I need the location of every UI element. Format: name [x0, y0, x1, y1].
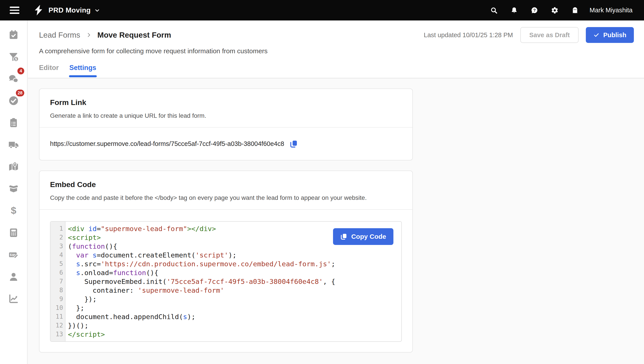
- line-number: 10: [51, 304, 65, 312]
- code-line: container: 'supermove-lead-form': [68, 286, 335, 295]
- chart-line-icon: [8, 294, 19, 304]
- form-link-description: Generate a link to create a unique URL f…: [50, 112, 402, 119]
- sidebar-item-chat[interactable]: 4: [0, 68, 27, 90]
- line-number: 9: [51, 295, 65, 304]
- line-number: 7: [51, 277, 65, 286]
- header-actions: Last updated 10/01/25 1:28 PM Save as Dr…: [424, 27, 634, 43]
- code-line: </script>: [68, 330, 335, 339]
- notification-badge: 28: [16, 90, 24, 96]
- code-line: };: [68, 304, 335, 312]
- line-number: 12: [51, 321, 65, 330]
- company-name: PRD Moving: [49, 6, 91, 14]
- copy-code-button[interactable]: Copy Code: [333, 228, 393, 245]
- chevron-down-icon: [94, 7, 100, 14]
- gear-button[interactable]: [551, 6, 559, 14]
- code-block: 12345678910111213 <div id="supermove-lea…: [50, 221, 402, 342]
- calendar-check-icon: [8, 30, 19, 40]
- sidebar-item-truck[interactable]: [0, 134, 27, 156]
- bell-button[interactable]: [510, 6, 518, 14]
- search-icon: [490, 6, 498, 14]
- map-marked-icon: [8, 162, 19, 172]
- breadcrumb-chevron-icon: [86, 32, 92, 38]
- clipboard-list-icon: [8, 118, 19, 128]
- check-circle-icon: [8, 96, 19, 106]
- copy-link-button[interactable]: [289, 139, 299, 149]
- main-area: Lead Forms Move Request Form Last update…: [28, 20, 644, 364]
- box-open-icon: [8, 184, 19, 194]
- breadcrumb: Lead Forms Move Request Form Last update…: [39, 27, 634, 43]
- tab-bar: EditorSettings: [39, 64, 96, 78]
- sidebar-item-dollar[interactable]: $: [0, 200, 27, 222]
- user-icon: [8, 272, 19, 282]
- svg-text:$: $: [15, 57, 17, 61]
- company-switcher[interactable]: PRD Moving: [44, 6, 100, 14]
- form-link-url-row: https://customer.supermove.co/lead-forms…: [40, 128, 412, 160]
- code-line: })();: [68, 321, 335, 330]
- header-icons: ?: [490, 6, 579, 14]
- publish-button[interactable]: Publish: [586, 27, 634, 43]
- form-link-card-header: Form Link Generate a link to create a un…: [40, 89, 412, 127]
- embed-code-description: Copy the code and paste it before the </…: [50, 194, 402, 201]
- line-number: 8: [51, 286, 65, 295]
- line-number: 11: [51, 312, 65, 321]
- ghost-icon: [571, 6, 579, 14]
- publish-label: Publish: [603, 32, 626, 39]
- save-as-draft-button[interactable]: Save as Draft: [520, 27, 578, 43]
- code-line: SupermoveEmbed.init('75cce5af-7ccf-49f5-…: [68, 277, 335, 286]
- supermove-bolt-logo-icon: [34, 5, 44, 16]
- sidebar-item-check-circle[interactable]: 28: [0, 90, 27, 112]
- help-button[interactable]: ?: [531, 6, 538, 14]
- svg-text:?: ?: [533, 8, 536, 12]
- breadcrumb-lead-forms-link[interactable]: Lead Forms: [39, 30, 80, 40]
- dollar-icon: $: [8, 206, 19, 216]
- code-line: <div id="supermove-lead-form"></div>: [68, 224, 335, 233]
- top-header-bar: PRD Moving ? Mark Miyashita: [0, 0, 644, 20]
- help-icon: ?: [531, 6, 538, 14]
- page-title: Move Request Form: [97, 30, 171, 40]
- sidebar-item-funnel-dollar[interactable]: $: [0, 46, 27, 68]
- chat-icon: [8, 74, 19, 84]
- sidebar-item-money-check-pen[interactable]: $: [0, 244, 27, 266]
- tab-settings[interactable]: Settings: [69, 64, 96, 78]
- tab-editor[interactable]: Editor: [39, 64, 59, 78]
- ghost-button[interactable]: [571, 6, 579, 14]
- copy-icon: [290, 140, 298, 148]
- truck-icon: [8, 140, 19, 150]
- code-line: s.onload=function(){: [68, 268, 335, 277]
- code-line: s.src='https://cdn.production.supermove.…: [68, 260, 335, 268]
- code-line: var s=document.createElement('script');: [68, 251, 335, 260]
- sidebar-item-calculator[interactable]: [0, 222, 27, 244]
- bell-icon: [510, 6, 518, 14]
- code-line-numbers: 12345678910111213: [51, 222, 66, 341]
- line-number: 6: [51, 268, 65, 277]
- code-line: });: [68, 295, 335, 304]
- page-header: Lead Forms Move Request Form Last update…: [28, 20, 644, 78]
- sidebar-item-user[interactable]: [0, 266, 27, 288]
- sidebar-item-calendar-check[interactable]: [0, 24, 27, 46]
- embed-code-title: Embed Code: [50, 180, 402, 189]
- check-icon: [593, 32, 599, 38]
- sidebar-item-box-open[interactable]: [0, 178, 27, 200]
- form-link-url: https://customer.supermove.co/lead-forms…: [50, 140, 284, 148]
- code-line: (function(){: [68, 242, 335, 251]
- svg-text:$: $: [10, 253, 12, 256]
- line-number: 4: [51, 251, 65, 260]
- copy-code-label: Copy Code: [351, 233, 386, 240]
- user-menu[interactable]: Mark Miyashita: [590, 6, 632, 14]
- copy-icon: [340, 233, 347, 240]
- sidebar-item-chart-line[interactable]: [0, 288, 27, 310]
- line-number: 5: [51, 260, 65, 268]
- line-number: 2: [51, 233, 65, 242]
- line-number: 3: [51, 242, 65, 251]
- form-link-title: Form Link: [50, 98, 402, 107]
- funnel-dollar-icon: $: [8, 52, 19, 62]
- gear-icon: [551, 6, 558, 14]
- code-line: <script>: [68, 233, 335, 242]
- page-subtitle: A comprehensive form for collecting move…: [39, 47, 268, 55]
- sidebar-item-map-marked[interactable]: [0, 156, 27, 178]
- hamburger-menu-icon[interactable]: [10, 6, 19, 14]
- calculator-icon: [8, 228, 19, 238]
- sidebar-item-clipboard-list[interactable]: [0, 112, 27, 134]
- page-content: Form Link Generate a link to create a un…: [28, 78, 644, 364]
- search-button[interactable]: [490, 6, 498, 14]
